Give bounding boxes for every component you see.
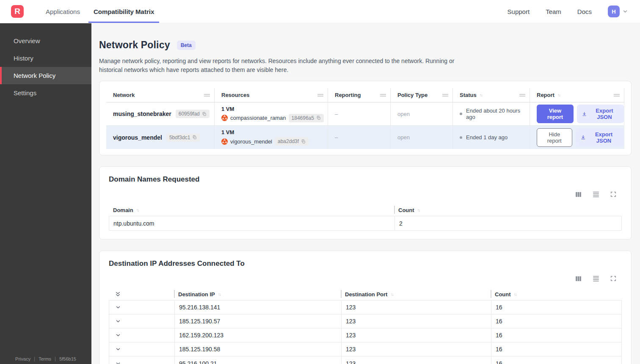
sort-icon[interactable]: ↑↓ <box>480 93 482 97</box>
col-header-status[interactable]: Status ↑↓ <box>452 88 530 102</box>
nav-link-docs[interactable]: Docs <box>577 8 592 15</box>
chevron-down-icon[interactable] <box>115 304 121 310</box>
sidebar-footer: Privacy Terms 5f56b15 <box>0 356 91 361</box>
user-menu[interactable]: H <box>608 6 628 17</box>
column-resize-handle[interactable] <box>519 94 525 97</box>
col-header-count[interactable]: Count ↑↓ <box>491 288 622 300</box>
column-resize-handle[interactable] <box>442 94 448 97</box>
nav-right: Support Team Docs H <box>508 0 640 23</box>
col-header-resources[interactable]: Resources <box>214 88 328 102</box>
export-label: Export JSON <box>590 108 619 120</box>
policy-type-cell: open <box>390 102 452 125</box>
col-label: Reporting <box>335 92 361 98</box>
column-resize-handle[interactable] <box>614 94 620 97</box>
destination-ip-cell: 185.125.190.57 <box>174 314 341 328</box>
sidebar-item-network-policy[interactable]: Network Policy <box>0 67 91 84</box>
vm-id-badge[interactable]: aba2dd3f <box>275 137 309 146</box>
sidebar-item-overview[interactable]: Overview <box>0 32 91 50</box>
network-row-vigorous-mendel[interactable]: vigorous_mendel 5bdf3dc1 1 VM vigorous_m… <box>106 126 624 149</box>
rows-density-icon[interactable] <box>592 190 600 198</box>
resources-cell: 1 VM vigorous_mendel aba2dd3f <box>214 126 328 149</box>
col-header-report[interactable]: Report ↑↓ <box>530 88 624 102</box>
network-id-badge[interactable]: 60959fad <box>176 110 210 118</box>
hide-report-button[interactable]: Hide report <box>537 128 572 147</box>
tab-applications[interactable]: Applications <box>41 0 85 23</box>
export-json-button[interactable]: Export JSON <box>576 128 624 147</box>
col-header-policy-type[interactable]: Policy Type <box>390 88 452 102</box>
col-header-network[interactable]: Network <box>106 88 214 102</box>
nav-link-support[interactable]: Support <box>508 8 530 15</box>
domain-row[interactable]: ntp.ubuntu.com 2 <box>109 216 621 230</box>
column-resize-handle[interactable] <box>317 94 323 97</box>
domains-table-header: Domain ↑↓ Count ↑↓ <box>109 204 622 216</box>
sort-icon[interactable]: ↑↓ <box>136 208 139 212</box>
col-header-count[interactable]: Count ↑↓ <box>394 204 622 216</box>
build-hash: 5f56b15 <box>59 356 76 361</box>
col-label: Destination IP <box>178 291 215 298</box>
top-nav: R Applications Compatibility Matrix Supp… <box>0 0 640 23</box>
col-label: Resources <box>221 92 249 98</box>
destination-row: 95.216.138.141 123 16 <box>109 301 621 314</box>
rows-density-icon[interactable] <box>592 275 600 282</box>
app-logo[interactable]: R <box>11 5 24 18</box>
privacy-link[interactable]: Privacy <box>15 356 30 361</box>
column-resize-handle[interactable] <box>204 94 210 97</box>
terms-link[interactable]: Terms <box>39 356 51 361</box>
col-header-destination-ip[interactable]: Destination IP ↑↓ <box>174 288 341 300</box>
sort-icon[interactable]: ↑↓ <box>417 208 420 212</box>
status-text: Ended 1 day ago <box>466 134 508 141</box>
columns-icon[interactable] <box>575 275 582 282</box>
col-label: Destination Port <box>345 291 387 298</box>
col-label: Count <box>398 207 414 213</box>
network-name-cell: vigorous_mendel 5bdf3dc1 <box>106 126 214 149</box>
sidebar-item-history[interactable]: History <box>0 50 91 67</box>
network-name-cell: musing_stonebraker 60959fad <box>106 102 214 125</box>
sort-icon[interactable]: ↑↓ <box>514 292 516 297</box>
view-report-button[interactable]: View report <box>537 105 574 123</box>
col-label: Count <box>495 291 511 298</box>
beta-badge: Beta <box>177 41 196 50</box>
col-header-destination-port[interactable]: Destination Port ↑↓ <box>341 288 491 300</box>
sort-icon[interactable]: ↑↓ <box>218 292 221 297</box>
copy-icon[interactable] <box>301 139 306 144</box>
vm-id: aba2dd3f <box>278 138 299 144</box>
footer-divider <box>55 357 55 361</box>
domains-toolbar <box>109 190 622 198</box>
count-cell: 16 <box>491 356 621 364</box>
columns-icon[interactable] <box>575 191 582 198</box>
column-resize-handle[interactable] <box>380 94 386 97</box>
export-json-button[interactable]: Export JSON <box>577 105 624 123</box>
vm-name: compassionate_raman <box>230 115 286 121</box>
chevron-down-icon[interactable] <box>115 361 121 364</box>
vm-id-badge[interactable]: 184696a5 <box>289 114 324 122</box>
fullscreen-icon[interactable] <box>610 191 617 198</box>
copy-icon[interactable] <box>316 116 321 120</box>
destination-port-cell: 123 <box>341 342 491 356</box>
network-id-badge[interactable]: 5bdf3dc1 <box>166 133 200 142</box>
avatar[interactable]: H <box>608 6 620 17</box>
col-header-expand-all[interactable] <box>109 288 174 300</box>
sort-icon[interactable]: ↑↓ <box>557 93 560 97</box>
chevron-down-icon[interactable] <box>115 318 121 324</box>
network-row-musing-stonebraker[interactable]: musing_stonebraker 60959fad 1 VM compass… <box>106 102 624 126</box>
chevron-down-icon[interactable] <box>115 332 121 338</box>
fullscreen-icon[interactable] <box>610 275 617 282</box>
chevron-down-icon[interactable] <box>115 346 121 352</box>
sort-icon[interactable]: ↑↓ <box>390 292 393 297</box>
col-header-reporting[interactable]: Reporting <box>328 88 390 102</box>
copy-icon[interactable] <box>192 135 197 140</box>
nav-link-team[interactable]: Team <box>546 8 561 15</box>
network-id: 5bdf3dc1 <box>169 135 190 141</box>
count-cell: 16 <box>491 314 621 328</box>
copy-icon[interactable] <box>202 112 207 116</box>
destination-row: 95.216.100.21 123 16 <box>109 356 621 364</box>
destination-port-cell: 123 <box>341 356 491 364</box>
destination-ip-cell: 95.216.100.21 <box>174 356 341 364</box>
destination-port-cell: 123 <box>341 314 491 328</box>
chevron-down-icon <box>622 8 628 14</box>
col-header-domain[interactable]: Domain ↑↓ <box>109 204 394 216</box>
sidebar-item-settings[interactable]: Settings <box>0 84 91 102</box>
tab-compatibility-matrix[interactable]: Compatibility Matrix <box>88 0 159 23</box>
double-chevron-down-icon[interactable] <box>115 291 121 298</box>
footer-divider <box>34 357 35 361</box>
